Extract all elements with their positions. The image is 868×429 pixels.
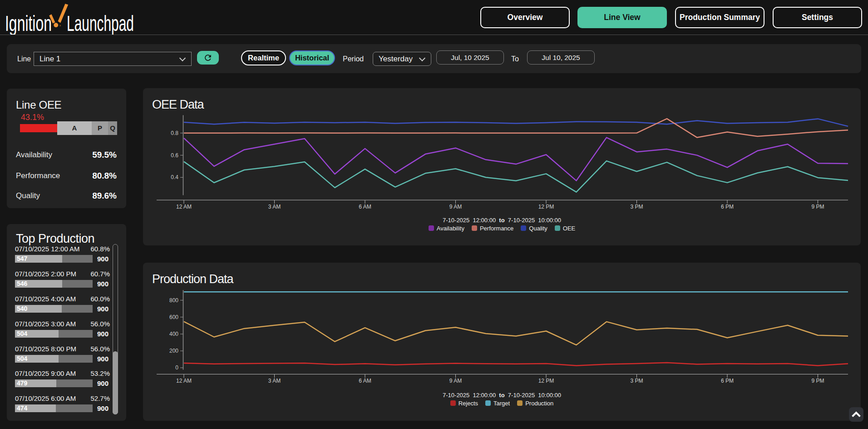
- svg-text:800: 800: [169, 297, 178, 304]
- svg-text:9 PM: 9 PM: [811, 204, 824, 210]
- svg-text:9 AM: 9 AM: [449, 378, 462, 384]
- svg-text:Ignition: Ignition: [5, 11, 52, 35]
- svg-text:600: 600: [169, 314, 178, 320]
- svg-text:12 AM: 12 AM: [176, 204, 192, 210]
- svg-text:12 AM: 12 AM: [176, 378, 192, 384]
- svg-text:12 PM: 12 PM: [538, 378, 554, 384]
- svg-text:9 AM: 9 AM: [449, 204, 462, 210]
- svg-text:Launchpad: Launchpad: [67, 11, 134, 35]
- svg-text:6 AM: 6 AM: [359, 204, 371, 210]
- svg-text:9 PM: 9 PM: [811, 378, 824, 384]
- svg-text:12 PM: 12 PM: [538, 204, 554, 210]
- svg-text:3 PM: 3 PM: [630, 378, 643, 384]
- svg-text:0.4: 0.4: [171, 174, 178, 180]
- svg-text:3 AM: 3 AM: [268, 204, 281, 210]
- svg-text:6 PM: 6 PM: [721, 378, 734, 384]
- svg-text:0.8: 0.8: [171, 130, 178, 136]
- svg-text:0.6: 0.6: [171, 152, 178, 159]
- svg-text:6 PM: 6 PM: [721, 204, 734, 210]
- svg-text:0: 0: [175, 364, 178, 371]
- svg-text:6 AM: 6 AM: [359, 378, 371, 384]
- svg-text:400: 400: [169, 331, 178, 337]
- svg-text:200: 200: [169, 348, 178, 354]
- svg-text:3 PM: 3 PM: [630, 204, 643, 210]
- svg-text:3 AM: 3 AM: [268, 378, 281, 384]
